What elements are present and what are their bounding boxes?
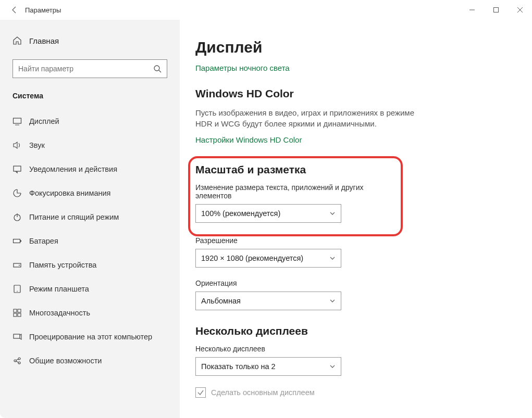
sidebar-item-sound[interactable]: Звук: [13, 133, 167, 157]
back-button[interactable]: [7, 3, 22, 17]
svg-line-24: [16, 361, 18, 362]
nav-label: Питание и спящий режим: [29, 213, 119, 221]
window-title: Параметры: [25, 6, 61, 14]
svg-rect-9: [14, 239, 20, 243]
page-title: Дисплей: [195, 39, 516, 56]
scale-value: 100% (рекомендуется): [201, 209, 280, 218]
multitask-icon: [13, 308, 29, 318]
close-button[interactable]: [508, 0, 532, 20]
hd-color-desc: Пусть изображения в видео, играх и прило…: [195, 107, 425, 129]
scale-highlight-box: Масштаб и разметка Изменение размера тек…: [188, 156, 403, 236]
project-icon: [13, 332, 29, 341]
home-label: Главная: [29, 36, 59, 45]
focus-icon: [13, 188, 29, 198]
hd-color-link[interactable]: Настройки Windows HD Color: [195, 135, 302, 144]
nav-label: Память устройства: [29, 261, 96, 269]
multi-select[interactable]: Показать только на 2: [195, 357, 341, 376]
sidebar-item-project[interactable]: Проецирование на этот компьютер: [13, 325, 167, 349]
search-input-container[interactable]: [13, 59, 167, 78]
svg-rect-4: [14, 118, 21, 123]
svg-rect-15: [14, 309, 17, 312]
svg-point-21: [18, 358, 20, 360]
minimize-button[interactable]: [460, 0, 484, 20]
chevron-down-icon: [329, 298, 336, 304]
svg-rect-6: [14, 166, 21, 171]
svg-rect-16: [18, 309, 21, 312]
maximize-button[interactable]: [484, 0, 508, 20]
battery-icon: [13, 236, 29, 246]
nav-label: Общие возможности: [29, 357, 102, 365]
sidebar-item-notifications[interactable]: Уведомления и действия: [13, 157, 167, 181]
svg-point-12: [19, 265, 20, 266]
svg-rect-10: [20, 240, 21, 242]
tablet-icon: [13, 284, 29, 294]
close-icon: [517, 7, 523, 13]
maximize-icon: [493, 7, 499, 13]
sidebar-item-power[interactable]: Питание и спящий режим: [13, 205, 167, 229]
minimize-icon: [469, 7, 475, 13]
sidebar-item-multitask[interactable]: Многозадачность: [13, 301, 167, 325]
orientation-label: Ориентация: [195, 279, 516, 287]
svg-rect-17: [14, 313, 17, 316]
multi-value: Показать только на 2: [201, 362, 276, 371]
arrow-left-icon: [10, 6, 19, 14]
nav-label: Батарея: [29, 237, 58, 245]
svg-point-2: [154, 66, 159, 71]
sidebar: Главная Система Дисплей Звук Уведомления…: [0, 20, 180, 418]
nav-label: Дисплей: [29, 117, 59, 125]
storage-icon: [13, 260, 29, 270]
nav-label: Звук: [29, 141, 45, 149]
nav-label: Уведомления и действия: [29, 165, 117, 173]
night-light-link[interactable]: Параметры ночного света: [195, 64, 290, 72]
nav-label: Многозадачность: [29, 309, 90, 317]
chevron-down-icon: [329, 363, 336, 370]
sidebar-item-tablet[interactable]: Режим планшета: [13, 277, 167, 301]
svg-point-14: [17, 291, 18, 292]
scale-label: Изменение размера текста, приложений и д…: [195, 183, 388, 200]
home-link[interactable]: Главная: [13, 30, 167, 51]
scale-select[interactable]: 100% (рекомендуется): [195, 204, 341, 223]
sidebar-item-shared[interactable]: Общие возможности: [13, 349, 167, 373]
svg-rect-1: [494, 8, 499, 12]
nav-label: Режим планшета: [29, 285, 89, 293]
resolution-select[interactable]: 1920 × 1080 (рекомендуется): [195, 249, 341, 268]
svg-rect-19: [14, 334, 20, 338]
resolution-value: 1920 × 1080 (рекомендуется): [201, 254, 303, 262]
nav-label: Фокусировка внимания: [29, 189, 110, 197]
sidebar-item-focus[interactable]: Фокусировка внимания: [13, 181, 167, 205]
chevron-down-icon: [329, 210, 336, 217]
home-icon: [13, 36, 29, 45]
content-area: Дисплей Параметры ночного света Windows …: [180, 20, 532, 418]
search-input[interactable]: [13, 65, 148, 73]
chevron-down-icon: [329, 255, 336, 261]
notifications-icon: [13, 164, 29, 174]
make-primary-checkbox[interactable]: [195, 387, 206, 398]
display-icon: [13, 117, 29, 126]
multi-title: Несколько дисплеев: [195, 325, 516, 337]
scale-section-title: Масштаб и разметка: [195, 163, 388, 176]
make-primary-row: Сделать основным дисплеем: [195, 387, 516, 398]
sidebar-item-display[interactable]: Дисплей: [13, 109, 167, 133]
sound-icon: [13, 141, 29, 150]
orientation-select[interactable]: Альбомная: [195, 292, 341, 310]
multi-label: Несколько дисплеев: [195, 345, 516, 353]
power-icon: [13, 212, 29, 222]
hd-color-title: Windows HD Color: [195, 87, 516, 100]
category-title: Система: [13, 92, 167, 100]
shared-icon: [13, 356, 29, 365]
sidebar-item-battery[interactable]: Батарея: [13, 229, 167, 253]
svg-line-23: [16, 359, 18, 360]
svg-line-3: [159, 70, 161, 72]
nav-label: Проецирование на этот компьютер: [29, 333, 152, 341]
sidebar-item-storage[interactable]: Память устройства: [13, 253, 167, 277]
check-icon: [197, 389, 204, 396]
search-icon: [148, 65, 167, 73]
orientation-value: Альбомная: [201, 297, 241, 305]
svg-point-22: [18, 362, 20, 364]
svg-rect-18: [18, 313, 21, 316]
resolution-label: Разрешение: [195, 236, 516, 245]
make-primary-label: Сделать основным дисплеем: [211, 388, 315, 397]
svg-point-20: [14, 360, 16, 362]
